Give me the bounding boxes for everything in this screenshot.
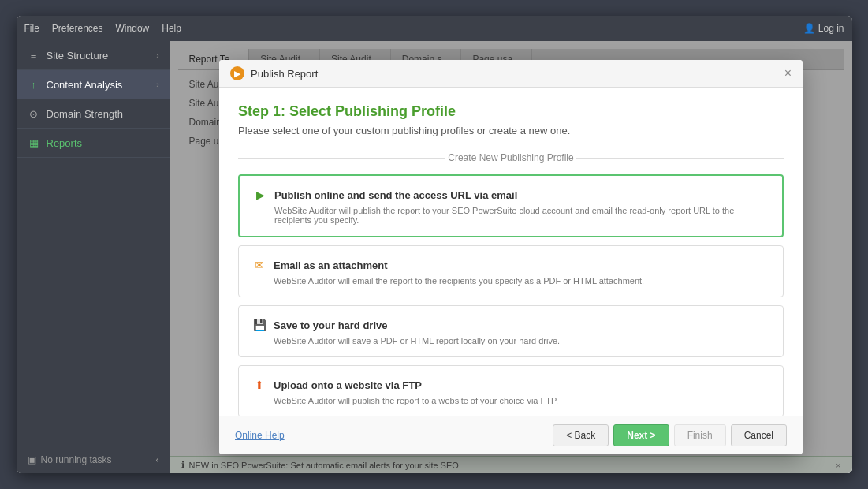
save-hard-drive-icon: 💾 bbox=[251, 317, 267, 333]
sidebar-item-content-analysis[interactable]: ↑ Content Analysis › bbox=[17, 70, 170, 99]
site-structure-icon: ≡ bbox=[28, 49, 40, 62]
step-title: Step 1: Select Publishing Profile bbox=[238, 103, 784, 120]
menu-file[interactable]: File bbox=[24, 23, 39, 34]
tasks-icon: ▣ bbox=[28, 454, 36, 465]
domain-strength-icon: ⊙ bbox=[28, 107, 40, 120]
sidebar-no-tasks[interactable]: ▣ No running tasks ‹ bbox=[17, 446, 170, 473]
publish-online-title: Publish online and send the access URL v… bbox=[274, 189, 517, 201]
upload-ftp-desc: WebSite Auditor will publish the report … bbox=[251, 396, 770, 405]
content-analysis-icon: ↑ bbox=[28, 78, 40, 91]
email-attachment-desc: WebSite Auditor will email the report to… bbox=[251, 276, 770, 286]
chevron-right-icon: › bbox=[156, 51, 158, 60]
collapse-icon: ‹ bbox=[156, 454, 159, 465]
modal-close-button[interactable]: × bbox=[784, 67, 792, 80]
sidebar-item-reports[interactable]: ▦ Reports bbox=[17, 129, 170, 158]
upload-ftp-icon: ⬆ bbox=[251, 377, 267, 393]
option-save-hard-drive[interactable]: 💾 Save to your hard drive WebSite Audito… bbox=[238, 305, 784, 357]
finish-button[interactable]: Finish bbox=[674, 424, 726, 446]
publish-report-modal: ▶ Publish Report × Step 1: Select Publis… bbox=[219, 60, 803, 454]
upload-ftp-title: Upload onto a website via FTP bbox=[274, 379, 422, 391]
menu-bar-left: File Preferences Window Help bbox=[24, 23, 181, 34]
modal-title: Publish Report bbox=[251, 68, 318, 80]
menu-help[interactable]: Help bbox=[162, 23, 181, 34]
save-hard-drive-title: Save to your hard drive bbox=[274, 319, 388, 331]
content-area: Report Te... Site Audit... Site Audit...… bbox=[170, 41, 852, 473]
section-header: Create New Publishing Profile bbox=[238, 152, 784, 163]
modal-header: ▶ Publish Report × bbox=[219, 60, 803, 88]
login-button[interactable]: 👤 Log in bbox=[803, 23, 844, 34]
step-subtitle: Please select one of your custom publish… bbox=[238, 125, 784, 136]
email-attachment-title: Email as an attachment bbox=[274, 259, 388, 271]
app-window: File Preferences Window Help 👤 Log in ≡ … bbox=[17, 16, 852, 473]
main-layout: ≡ Site Structure › ↑ Content Analysis › … bbox=[17, 41, 852, 473]
back-button[interactable]: < Back bbox=[553, 424, 609, 446]
reports-icon: ▦ bbox=[28, 136, 40, 149]
online-help-link[interactable]: Online Help bbox=[235, 430, 285, 441]
save-hard-drive-desc: WebSite Auditor will save a PDF or HTML … bbox=[251, 336, 770, 345]
email-attachment-icon: ✉ bbox=[251, 257, 267, 273]
modal-overlay: ▶ Publish Report × Step 1: Select Publis… bbox=[170, 41, 852, 473]
menu-preferences[interactable]: Preferences bbox=[52, 23, 103, 34]
menu-bar: File Preferences Window Help 👤 Log in bbox=[17, 16, 852, 41]
option-publish-online[interactable]: ▶ Publish online and send the access URL… bbox=[238, 174, 784, 237]
menu-window[interactable]: Window bbox=[116, 23, 150, 34]
modal-footer: Online Help < Back Next > Finish Cancel bbox=[219, 416, 803, 454]
modal-body: Step 1: Select Publishing Profile Please… bbox=[219, 88, 803, 416]
modal-header-icon: ▶ bbox=[230, 66, 244, 80]
option-email-attachment[interactable]: ✉ Email as an attachment WebSite Auditor… bbox=[238, 245, 784, 297]
footer-buttons: < Back Next > Finish Cancel bbox=[553, 424, 787, 446]
sidebar: ≡ Site Structure › ↑ Content Analysis › … bbox=[17, 41, 170, 473]
publish-online-icon: ▶ bbox=[252, 187, 268, 203]
next-button[interactable]: Next > bbox=[613, 424, 669, 446]
cancel-button[interactable]: Cancel bbox=[731, 424, 787, 446]
sidebar-item-site-structure[interactable]: ≡ Site Structure › bbox=[17, 41, 170, 70]
publish-online-desc: WebSite Auditor will publish the report … bbox=[252, 206, 769, 225]
user-icon: 👤 bbox=[803, 23, 815, 34]
sidebar-item-domain-strength[interactable]: ⊙ Domain Strength bbox=[17, 99, 170, 129]
option-upload-ftp[interactable]: ⬆ Upload onto a website via FTP WebSite … bbox=[238, 365, 784, 416]
sidebar-spacer bbox=[17, 158, 170, 446]
chevron-right-icon-2: › bbox=[156, 80, 158, 89]
